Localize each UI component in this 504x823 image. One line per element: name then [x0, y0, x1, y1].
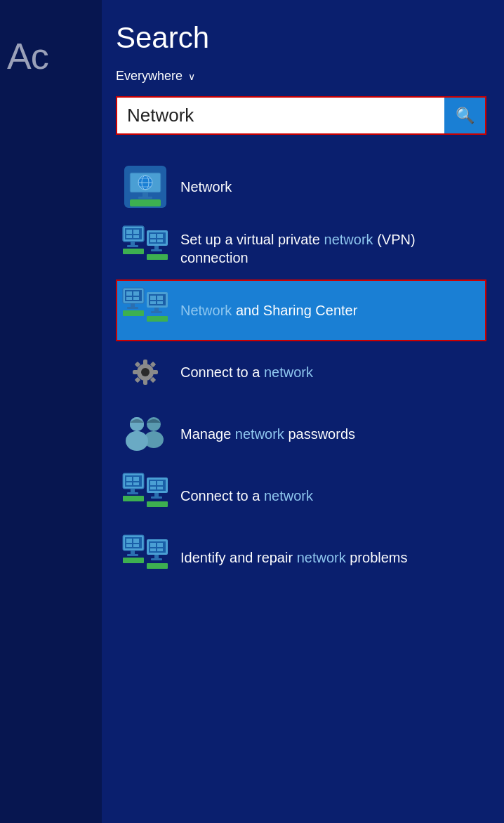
result-icon-connect	[121, 348, 169, 396]
svg-rect-42	[131, 303, 135, 307]
svg-rect-16	[126, 235, 132, 238]
search-icon: 🔍	[456, 107, 475, 125]
result-label-vpn: Set up a virtual private network (VPN) c…	[180, 230, 481, 267]
svg-rect-68	[126, 482, 132, 485]
result-item-connect[interactable]: Connect to a network	[116, 341, 486, 403]
svg-rect-10	[130, 199, 161, 206]
svg-rect-29	[147, 254, 168, 260]
svg-rect-66	[126, 477, 132, 481]
svg-rect-8	[142, 192, 148, 197]
svg-rect-78	[154, 493, 159, 496]
svg-rect-20	[150, 234, 156, 238]
svg-rect-51	[143, 379, 147, 385]
svg-rect-35	[133, 297, 139, 300]
filter-row[interactable]: Everywhere ∨	[116, 69, 486, 84]
search-input[interactable]	[117, 98, 444, 133]
result-item-vpn[interactable]: Set up a virtual private network (VPN) c…	[116, 218, 486, 279]
result-label-manage-passwords: Manage network passwords	[180, 425, 355, 443]
svg-rect-86	[126, 544, 132, 547]
svg-rect-34	[126, 297, 132, 300]
svg-rect-90	[150, 543, 156, 547]
svg-rect-47	[147, 316, 168, 322]
result-icon-manage-passwords	[121, 410, 169, 458]
result-label-sharing-center: Network and Sharing Center	[180, 301, 357, 320]
svg-rect-43	[127, 307, 138, 309]
svg-rect-87	[133, 544, 139, 547]
svg-rect-44	[154, 308, 159, 311]
svg-rect-84	[126, 539, 132, 543]
result-icon-connect2	[121, 472, 169, 520]
svg-rect-41	[157, 301, 163, 304]
result-icon-sharing-center	[121, 287, 169, 334]
result-text-network: Network	[180, 178, 232, 196]
svg-rect-50	[143, 360, 147, 365]
svg-rect-46	[123, 310, 144, 316]
result-label-network: Network	[180, 178, 232, 196]
result-icon-network	[121, 163, 169, 211]
svg-rect-22	[150, 239, 156, 242]
svg-rect-21	[157, 234, 163, 238]
svg-rect-23	[157, 239, 163, 242]
left-panel-text: Ac	[7, 35, 48, 77]
svg-rect-98	[123, 558, 144, 563]
svg-rect-45	[151, 311, 162, 313]
svg-rect-79	[151, 496, 162, 499]
svg-rect-32	[126, 291, 132, 296]
svg-rect-77	[127, 492, 138, 494]
svg-rect-93	[157, 548, 163, 551]
main-panel: Search Everywhere ∨ 🔍	[102, 0, 504, 823]
search-button[interactable]: 🔍	[444, 98, 485, 133]
svg-rect-81	[147, 501, 168, 507]
svg-rect-27	[151, 249, 162, 251]
result-text-sharing-center: Network and Sharing Center	[180, 301, 357, 320]
result-item-manage-passwords[interactable]: Manage network passwords	[116, 403, 486, 465]
result-item-connect2[interactable]: Connect to a network	[116, 465, 486, 527]
result-item-sharing-center[interactable]: Network and Sharing Center	[116, 279, 486, 341]
result-label-connect: Connect to a network	[180, 363, 313, 381]
svg-rect-15	[133, 230, 139, 234]
svg-rect-99	[147, 563, 168, 569]
svg-rect-80	[123, 496, 144, 501]
svg-rect-26	[154, 246, 159, 249]
search-title: Search	[116, 21, 486, 55]
result-text-identify-repair: Identify and repair network problems	[180, 548, 408, 567]
svg-rect-33	[133, 291, 139, 296]
svg-rect-74	[150, 487, 156, 489]
svg-rect-52	[133, 370, 138, 374]
result-text-vpn: Set up a virtual private network (VPN) c…	[180, 230, 481, 267]
filter-label: Everywhere	[116, 69, 183, 84]
svg-rect-39	[157, 296, 163, 300]
result-item-network[interactable]: Network	[116, 156, 486, 218]
svg-rect-40	[150, 301, 156, 304]
svg-rect-67	[133, 477, 139, 481]
result-label-identify-repair: Identify and repair network problems	[180, 548, 408, 567]
svg-rect-28	[123, 249, 144, 254]
svg-rect-53	[152, 370, 158, 374]
result-icon-identify-repair	[121, 534, 169, 581]
svg-rect-94	[131, 551, 135, 554]
svg-rect-9	[138, 197, 152, 199]
result-text-manage-passwords: Manage network passwords	[180, 425, 355, 443]
svg-rect-73	[157, 481, 163, 485]
svg-point-49	[141, 368, 150, 376]
search-box-container: 🔍	[116, 96, 486, 135]
svg-rect-95	[127, 554, 138, 556]
svg-rect-72	[150, 481, 156, 485]
results-list: Network	[116, 156, 486, 588]
svg-rect-17	[133, 235, 139, 238]
result-text-connect2: Connect to a network	[180, 487, 313, 505]
svg-rect-85	[133, 539, 139, 543]
svg-rect-91	[157, 543, 163, 547]
svg-rect-96	[154, 555, 159, 558]
svg-point-63	[126, 431, 148, 451]
result-label-connect2: Connect to a network	[180, 487, 313, 505]
svg-rect-97	[151, 558, 162, 560]
left-panel: Ac	[0, 0, 102, 823]
svg-rect-38	[150, 296, 156, 300]
result-icon-vpn	[121, 225, 169, 272]
result-item-identify-repair[interactable]: Identify and repair network problems	[116, 527, 486, 588]
svg-rect-14	[126, 230, 132, 234]
svg-rect-76	[131, 489, 135, 492]
svg-rect-25	[127, 245, 138, 247]
chevron-down-icon: ∨	[188, 71, 195, 82]
